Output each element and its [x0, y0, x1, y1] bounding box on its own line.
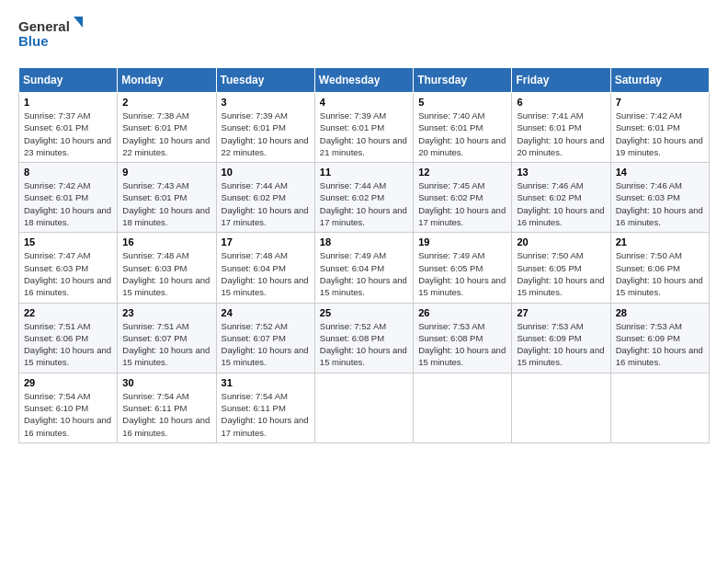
- day-number: 27: [517, 307, 605, 318]
- day-cell: 22Sunrise: 7:51 AMSunset: 6:06 PMDayligh…: [19, 303, 118, 373]
- day-number: 16: [122, 236, 210, 247]
- day-info: Sunrise: 7:49 AMSunset: 6:05 PMDaylight:…: [418, 249, 506, 298]
- weekday-header-thursday: Thursday: [414, 68, 512, 93]
- day-cell: 9Sunrise: 7:43 AMSunset: 6:01 PMDaylight…: [118, 163, 216, 233]
- day-info: Sunrise: 7:42 AMSunset: 6:01 PMDaylight:…: [24, 179, 112, 228]
- day-cell: 12Sunrise: 7:45 AMSunset: 6:02 PMDayligh…: [414, 163, 512, 233]
- day-cell: [610, 373, 709, 442]
- day-number: 3: [222, 97, 310, 108]
- day-info: Sunrise: 7:38 AMSunset: 6:01 PMDaylight:…: [122, 109, 210, 158]
- svg-text:General: General: [18, 18, 70, 34]
- day-info: Sunrise: 7:54 AMSunset: 6:11 PMDaylight:…: [122, 390, 210, 439]
- day-number: 21: [616, 236, 704, 247]
- day-cell: 19Sunrise: 7:49 AMSunset: 6:05 PMDayligh…: [414, 233, 512, 303]
- day-number: 13: [517, 167, 605, 178]
- day-info: Sunrise: 7:48 AMSunset: 6:03 PMDaylight:…: [122, 249, 210, 298]
- day-cell: 24Sunrise: 7:52 AMSunset: 6:07 PMDayligh…: [216, 303, 314, 373]
- day-number: 5: [418, 97, 506, 108]
- day-cell: 7Sunrise: 7:42 AMSunset: 6:01 PMDaylight…: [610, 93, 709, 163]
- day-cell: 30Sunrise: 7:54 AMSunset: 6:11 PMDayligh…: [118, 373, 216, 442]
- svg-text:Blue: Blue: [18, 33, 49, 49]
- day-number: 18: [320, 236, 408, 247]
- day-info: Sunrise: 7:44 AMSunset: 6:02 PMDaylight:…: [320, 179, 408, 228]
- logo-svg: General Blue: [18, 15, 83, 56]
- day-cell: 28Sunrise: 7:53 AMSunset: 6:09 PMDayligh…: [610, 303, 709, 373]
- day-cell: 1Sunrise: 7:37 AMSunset: 6:01 PMDaylight…: [19, 93, 118, 163]
- day-cell: 13Sunrise: 7:46 AMSunset: 6:02 PMDayligh…: [512, 163, 610, 233]
- day-info: Sunrise: 7:52 AMSunset: 6:07 PMDaylight:…: [222, 320, 310, 369]
- weekday-header-tuesday: Tuesday: [216, 68, 314, 93]
- day-info: Sunrise: 7:54 AMSunset: 6:10 PMDaylight:…: [24, 390, 112, 439]
- week-row-4: 22Sunrise: 7:51 AMSunset: 6:06 PMDayligh…: [19, 303, 710, 373]
- day-info: Sunrise: 7:52 AMSunset: 6:08 PMDaylight:…: [320, 320, 408, 369]
- day-number: 8: [24, 167, 112, 178]
- weekday-header-wednesday: Wednesday: [314, 68, 413, 93]
- day-info: Sunrise: 7:48 AMSunset: 6:04 PMDaylight:…: [222, 249, 310, 298]
- day-info: Sunrise: 7:40 AMSunset: 6:01 PMDaylight:…: [418, 109, 506, 158]
- day-number: 20: [517, 236, 605, 247]
- day-number: 14: [616, 167, 704, 178]
- day-info: Sunrise: 7:44 AMSunset: 6:02 PMDaylight:…: [222, 179, 310, 228]
- day-number: 15: [24, 236, 112, 247]
- day-number: 30: [122, 377, 210, 388]
- day-number: 26: [418, 307, 506, 318]
- weekday-header-sunday: Sunday: [19, 68, 118, 93]
- day-number: 23: [122, 307, 210, 318]
- day-info: Sunrise: 7:46 AMSunset: 6:02 PMDaylight:…: [517, 179, 605, 228]
- day-info: Sunrise: 7:51 AMSunset: 6:07 PMDaylight:…: [122, 320, 210, 369]
- day-cell: 6Sunrise: 7:41 AMSunset: 6:01 PMDaylight…: [512, 93, 610, 163]
- weekday-header-friday: Friday: [512, 68, 610, 93]
- day-info: Sunrise: 7:46 AMSunset: 6:03 PMDaylight:…: [616, 179, 704, 228]
- day-info: Sunrise: 7:43 AMSunset: 6:01 PMDaylight:…: [122, 179, 210, 228]
- day-number: 17: [222, 236, 310, 247]
- day-cell: 27Sunrise: 7:53 AMSunset: 6:09 PMDayligh…: [512, 303, 610, 373]
- day-cell: [512, 373, 610, 442]
- day-number: 28: [616, 307, 704, 318]
- day-info: Sunrise: 7:39 AMSunset: 6:01 PMDaylight:…: [320, 109, 408, 158]
- day-cell: 16Sunrise: 7:48 AMSunset: 6:03 PMDayligh…: [118, 233, 216, 303]
- day-number: 4: [320, 97, 408, 108]
- day-info: Sunrise: 7:39 AMSunset: 6:01 PMDaylight:…: [222, 109, 310, 158]
- day-cell: 14Sunrise: 7:46 AMSunset: 6:03 PMDayligh…: [610, 163, 709, 233]
- day-number: 29: [24, 377, 112, 388]
- day-info: Sunrise: 7:50 AMSunset: 6:06 PMDaylight:…: [616, 249, 704, 298]
- day-info: Sunrise: 7:37 AMSunset: 6:01 PMDaylight:…: [24, 109, 112, 158]
- day-info: Sunrise: 7:41 AMSunset: 6:01 PMDaylight:…: [517, 109, 605, 158]
- day-number: 12: [418, 167, 506, 178]
- week-row-2: 8Sunrise: 7:42 AMSunset: 6:01 PMDaylight…: [19, 163, 710, 233]
- day-number: 10: [222, 167, 310, 178]
- weekday-header-row: SundayMondayTuesdayWednesdayThursdayFrid…: [19, 68, 710, 93]
- header: General Blue: [18, 15, 710, 56]
- day-number: 7: [616, 97, 704, 108]
- day-cell: 26Sunrise: 7:53 AMSunset: 6:08 PMDayligh…: [414, 303, 512, 373]
- day-cell: 29Sunrise: 7:54 AMSunset: 6:10 PMDayligh…: [19, 373, 118, 442]
- day-number: 25: [320, 307, 408, 318]
- day-cell: [314, 373, 413, 442]
- day-cell: 23Sunrise: 7:51 AMSunset: 6:07 PMDayligh…: [118, 303, 216, 373]
- day-cell: 2Sunrise: 7:38 AMSunset: 6:01 PMDaylight…: [118, 93, 216, 163]
- day-cell: 15Sunrise: 7:47 AMSunset: 6:03 PMDayligh…: [19, 233, 118, 303]
- day-number: 22: [24, 307, 112, 318]
- day-cell: 18Sunrise: 7:49 AMSunset: 6:04 PMDayligh…: [314, 233, 413, 303]
- week-row-3: 15Sunrise: 7:47 AMSunset: 6:03 PMDayligh…: [19, 233, 710, 303]
- week-row-5: 29Sunrise: 7:54 AMSunset: 6:10 PMDayligh…: [19, 373, 710, 442]
- day-cell: 17Sunrise: 7:48 AMSunset: 6:04 PMDayligh…: [216, 233, 314, 303]
- logo: General Blue: [18, 15, 83, 56]
- day-number: 9: [122, 167, 210, 178]
- day-info: Sunrise: 7:42 AMSunset: 6:01 PMDaylight:…: [616, 109, 704, 158]
- calendar: SundayMondayTuesdayWednesdayThursdayFrid…: [18, 67, 710, 443]
- day-number: 6: [517, 97, 605, 108]
- day-info: Sunrise: 7:47 AMSunset: 6:03 PMDaylight:…: [24, 249, 112, 298]
- day-info: Sunrise: 7:51 AMSunset: 6:06 PMDaylight:…: [24, 320, 112, 369]
- day-cell: 11Sunrise: 7:44 AMSunset: 6:02 PMDayligh…: [314, 163, 413, 233]
- day-info: Sunrise: 7:53 AMSunset: 6:09 PMDaylight:…: [517, 320, 605, 369]
- day-number: 31: [222, 377, 310, 388]
- svg-marker-2: [74, 17, 83, 28]
- day-cell: 10Sunrise: 7:44 AMSunset: 6:02 PMDayligh…: [216, 163, 314, 233]
- day-cell: 31Sunrise: 7:54 AMSunset: 6:11 PMDayligh…: [216, 373, 314, 442]
- day-cell: 5Sunrise: 7:40 AMSunset: 6:01 PMDaylight…: [414, 93, 512, 163]
- day-info: Sunrise: 7:50 AMSunset: 6:05 PMDaylight:…: [517, 249, 605, 298]
- day-info: Sunrise: 7:49 AMSunset: 6:04 PMDaylight:…: [320, 249, 408, 298]
- weekday-header-monday: Monday: [118, 68, 216, 93]
- day-info: Sunrise: 7:53 AMSunset: 6:09 PMDaylight:…: [616, 320, 704, 369]
